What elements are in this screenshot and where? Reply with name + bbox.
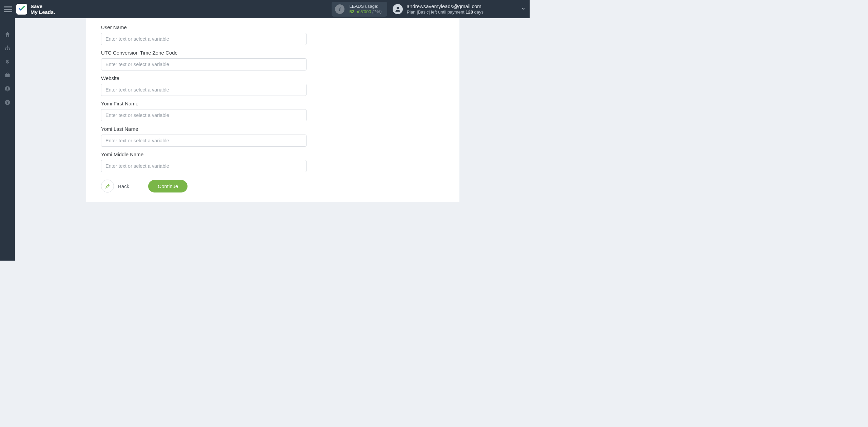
brand-name: Save My Leads. — [31, 3, 55, 15]
yomi-last-name-input[interactable] — [101, 135, 307, 147]
field-label: Yomi Last Name — [101, 126, 445, 132]
field-website: Website — [101, 75, 445, 96]
back-label: Back — [118, 183, 129, 189]
usage-text: LEADS usage: 52 of 5'000 (1%) — [349, 4, 381, 15]
svg-rect-6 — [5, 74, 9, 77]
chevron-down-icon — [521, 6, 526, 12]
plan-name: Basic — [418, 9, 429, 15]
usage-values: 52 of 5'000 (1%) — [349, 9, 381, 15]
account-email: andrewsavemyleads@gmail.com — [407, 3, 484, 9]
avatar-icon — [393, 4, 403, 14]
button-row: Back Continue — [101, 180, 445, 192]
yomi-middle-name-input[interactable] — [101, 160, 307, 172]
svg-rect-4 — [9, 49, 10, 50]
usage-total: 5'000 — [360, 9, 371, 14]
checkmark-icon — [18, 5, 25, 14]
usage-label: LEADS usage: — [349, 4, 381, 9]
svg-text:$: $ — [6, 59, 9, 64]
form-card: User Name UTC Conversion Time Zone Code … — [86, 18, 459, 202]
usage-of: of — [356, 9, 359, 14]
yomi-first-name-input[interactable] — [101, 109, 307, 121]
hamburger-menu-icon[interactable] — [4, 5, 12, 13]
utc-timezone-input[interactable] — [101, 58, 307, 70]
top-header: Save My Leads. i LEADS usage: 52 of 5'00… — [0, 0, 530, 18]
form-inner: User Name UTC Conversion Time Zone Code … — [86, 18, 459, 192]
sidebar-item-account[interactable] — [0, 82, 15, 96]
sidebar-item-briefcase[interactable] — [0, 68, 15, 82]
usage-box[interactable]: i LEADS usage: 52 of 5'000 (1%) — [332, 2, 387, 17]
svg-rect-2 — [5, 49, 6, 50]
svg-rect-1 — [7, 46, 8, 47]
account-menu[interactable]: andrewsavemyleads@gmail.com Plan |Basic|… — [393, 3, 526, 15]
field-label: User Name — [101, 24, 445, 30]
sidebar-item-help[interactable]: ? — [0, 96, 15, 109]
plan-mid: | left until payment — [429, 9, 466, 15]
content-area: User Name UTC Conversion Time Zone Code … — [15, 18, 530, 261]
svg-point-0 — [396, 7, 399, 9]
field-yomi-first-name: Yomi First Name — [101, 101, 445, 121]
svg-rect-3 — [7, 49, 8, 50]
pencil-icon — [101, 180, 114, 192]
continue-button[interactable]: Continue — [148, 180, 188, 192]
account-plan-line: Plan |Basic| left until payment 128 days — [407, 9, 484, 15]
info-icon: i — [335, 4, 344, 14]
sidebar-item-connections[interactable] — [0, 41, 15, 55]
user-name-input[interactable] — [101, 33, 307, 45]
usage-pct: (1%) — [372, 9, 381, 14]
back-button[interactable]: Back — [101, 180, 129, 192]
brand-line1: Save — [31, 3, 55, 9]
field-yomi-last-name: Yomi Last Name — [101, 126, 445, 147]
brand-line2: My Leads. — [31, 9, 55, 15]
sidebar-item-billing[interactable]: $ — [0, 55, 15, 68]
svg-text:?: ? — [6, 100, 9, 104]
main-layout: $ ? User Name UTC Conversion Time Zone C… — [0, 18, 530, 261]
field-label: Yomi First Name — [101, 101, 445, 106]
website-input[interactable] — [101, 84, 307, 96]
brand-logo[interactable] — [16, 4, 27, 15]
plan-prefix: Plan | — [407, 9, 418, 15]
field-utc-timezone: UTC Conversion Time Zone Code — [101, 50, 445, 70]
field-label: UTC Conversion Time Zone Code — [101, 50, 445, 56]
plan-days: 128 — [466, 9, 473, 15]
field-label: Website — [101, 75, 445, 81]
plan-days-suffix: days — [473, 9, 484, 15]
svg-point-8 — [7, 87, 8, 89]
sidebar: $ ? — [0, 18, 15, 261]
field-yomi-middle-name: Yomi Middle Name — [101, 151, 445, 172]
sidebar-item-home[interactable] — [0, 28, 15, 41]
field-label: Yomi Middle Name — [101, 151, 445, 157]
field-user-name: User Name — [101, 24, 445, 45]
account-text: andrewsavemyleads@gmail.com Plan |Basic|… — [407, 3, 484, 15]
usage-used: 52 — [349, 9, 354, 14]
